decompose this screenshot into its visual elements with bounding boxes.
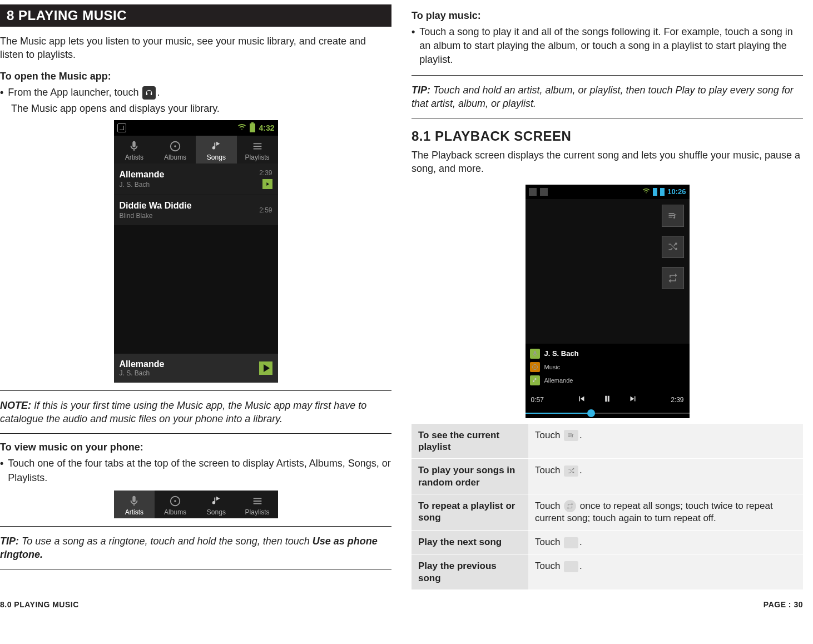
table-row: To play your songs in random order Touch…: [412, 459, 803, 494]
open-bullet-pre: From the App launcher, touch: [8, 87, 138, 98]
tab-albums[interactable]: Albums: [155, 491, 196, 518]
view-music-heading: To view music on your phone:: [0, 442, 391, 453]
elapsed-time: 0:57: [531, 396, 544, 404]
next-icon: [564, 537, 578, 548]
empty-area: [114, 226, 278, 354]
tab-songs[interactable]: Songs: [196, 491, 237, 518]
section-title: 8 PLAYING MUSIC: [0, 4, 391, 27]
divider: [412, 75, 803, 76]
tab-songs[interactable]: Songs: [196, 136, 237, 164]
playback-controls-table: To see the current playlist Touch . To p…: [412, 424, 803, 590]
view-music-bullet: • Touch one of the four tabs at the top …: [0, 457, 391, 484]
tab-playlists[interactable]: Playlists: [237, 136, 278, 164]
divider: [0, 390, 391, 391]
playlist-button[interactable]: [662, 205, 684, 227]
album-art: [526, 199, 690, 344]
artist-row[interactable]: J. S. Bach: [530, 347, 685, 360]
status-icon: [540, 188, 548, 196]
open-bullet-post: .: [157, 87, 160, 98]
play-music-bullet: • Touch a song to play it and all of the…: [412, 25, 803, 67]
status-time: 10:26: [667, 187, 686, 196]
status-time: 4:32: [259, 123, 274, 132]
wifi-icon: [642, 187, 650, 197]
tabs-strip-screenshot: Artists Albums Songs Playlists: [114, 491, 278, 518]
album-row[interactable]: Music: [530, 360, 685, 374]
tip-play-all: TIP: Touch and hold an artist, album, or…: [412, 83, 803, 111]
play-icon[interactable]: [259, 361, 272, 375]
status-icon: [117, 123, 126, 132]
previous-icon: [564, 561, 578, 572]
divider: [412, 118, 803, 118]
now-playing-bar[interactable]: AllemandeJ. S. Bach: [114, 354, 278, 383]
open-result: The Music app opens and displays your li…: [11, 103, 391, 115]
library-screenshot: 4:32 Artists Albums Songs Playlists Alle…: [114, 120, 278, 383]
song-row[interactable]: AllemandeJ. S. Bach 2:39: [114, 164, 278, 195]
intro-text: The Music app lets you listen to your mu…: [0, 34, 391, 62]
note-catalogue: NOTE: If this is your first time using t…: [0, 399, 391, 426]
status-icon: [529, 188, 537, 196]
tab-artists[interactable]: Artists: [114, 136, 155, 164]
open-app-bullet: • From the App launcher, touch .: [0, 86, 391, 100]
song-icon: [530, 375, 540, 385]
shuffle-button[interactable]: [662, 236, 684, 258]
previous-button[interactable]: [577, 394, 587, 406]
signal-icon: [653, 188, 657, 196]
table-row: Play the next song Touch .: [412, 531, 803, 554]
artist-icon: [530, 349, 540, 359]
playback-screenshot: 10:26 J. S. Bach Music Allemande 0:57: [526, 185, 690, 418]
divider: [0, 526, 391, 527]
tab-albums[interactable]: Albums: [155, 136, 196, 164]
footer-page: PAGE : 30: [764, 600, 803, 609]
battery-icon: [660, 188, 665, 196]
tab-artists[interactable]: Artists: [114, 491, 155, 518]
song-row[interactable]: Allemande: [530, 374, 685, 387]
open-app-heading: To open the Music app:: [0, 71, 391, 82]
playback-intro: The Playback screen displays the current…: [412, 148, 803, 176]
repeat-icon: [564, 500, 576, 512]
table-row: To repeat a playlist or song Touch once …: [412, 494, 803, 531]
music-app-icon: [142, 86, 156, 100]
total-time: 2:39: [671, 396, 683, 404]
wifi-icon: [237, 122, 246, 133]
seek-bar[interactable]: [526, 408, 690, 418]
library-tabs: Artists Albums Songs Playlists: [114, 136, 278, 164]
play-music-heading: To play music:: [412, 10, 803, 22]
divider: [0, 433, 391, 434]
table-row: To see the current playlist Touch .: [412, 424, 803, 459]
footer-section: 8.0 PLAYING MUSIC: [0, 600, 79, 609]
repeat-button[interactable]: [662, 267, 684, 289]
shuffle-icon: [564, 465, 578, 477]
status-bar: 4:32: [114, 120, 278, 136]
pause-button[interactable]: [602, 394, 612, 406]
playback-screen-heading: 8.1 PLAYBACK SCREEN: [412, 128, 803, 144]
table-row: Play the previous song Touch .: [412, 554, 803, 590]
next-button[interactable]: [628, 394, 638, 406]
divider: [0, 569, 391, 569]
now-playing-indicator-icon: [262, 179, 272, 189]
tip-ringtone: TIP: To use a song as a ringtone, touch …: [0, 534, 391, 562]
playlist-icon: [564, 430, 578, 441]
song-row[interactable]: Diddie Wa DiddieBlind Blake 2:59: [114, 195, 278, 226]
tab-playlists[interactable]: Playlists: [237, 491, 278, 518]
status-bar: 10:26: [526, 185, 690, 199]
album-icon: [530, 362, 540, 372]
battery-icon: [250, 123, 255, 132]
